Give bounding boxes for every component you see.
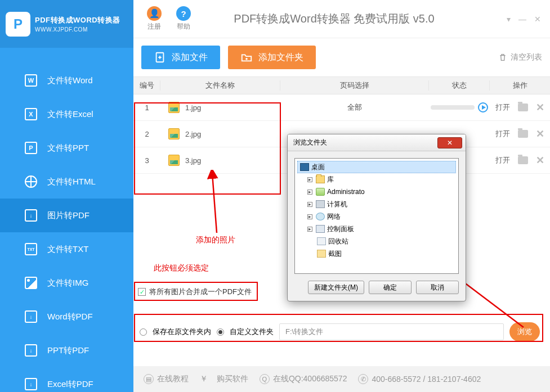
qq-link[interactable]: Q在线QQ:4006685572 [260, 374, 347, 384]
nav-label: Excel转PDF [47, 379, 93, 390]
image-icon [25, 277, 37, 289]
nav: W文件转Word X文件转Excel P文件转PPT 文件转HTML ↓图片转P… [0, 48, 133, 392]
user-icon: 👤 [147, 6, 162, 21]
help-button[interactable]: ? 帮助 [172, 4, 195, 34]
cell-index: 1 [133, 103, 160, 112]
expand-icon[interactable]: ▸ [307, 214, 312, 219]
app-title: PDF转换成Word转换器 免费试用版 v5.0 [201, 11, 501, 26]
browse-button[interactable]: 浏览 [509, 322, 540, 341]
tree-library[interactable]: ▸库 [297, 173, 456, 186]
minimize-icon[interactable]: — [518, 15, 526, 24]
close-icon[interactable]: ✕ [534, 15, 541, 24]
col-ops: 操作 [490, 80, 550, 91]
merge-label: 将所有图片合并成一个PDF文件 [149, 287, 252, 297]
tree-network[interactable]: ▸网络 [297, 210, 456, 223]
nav-file-to-txt[interactable]: TXT文件转TXT [0, 232, 133, 266]
nav-file-to-ppt[interactable]: P文件转PPT [0, 131, 133, 165]
open-button[interactable]: 打开 [495, 155, 510, 165]
folder-tree[interactable]: 桌面 ▸库 ▸Administrato ▸计算机 ▸网络 ▸控制面板 回收站 截… [294, 158, 459, 274]
open-folder-icon[interactable] [518, 130, 528, 138]
window-controls: ▾ — ✕ [507, 15, 541, 24]
help-icon: ? [176, 6, 191, 21]
logo-subtitle: WWW.XJPDF.COM [35, 26, 120, 33]
cell-filename: 1.jpg [185, 103, 201, 112]
remove-icon[interactable]: ✕ [536, 101, 544, 114]
tutorial-link[interactable]: ▤在线教程 [144, 374, 189, 384]
nav-img-to-pdf[interactable]: ↓图片转PDF [0, 199, 133, 232]
nav-excel-to-pdf[interactable]: ↓Excel转PDF [0, 367, 133, 392]
nav-file-to-img[interactable]: 文件转IMG [0, 266, 133, 300]
radio-same-label: 保存在原文件夹内 [153, 327, 211, 337]
nav-label: 文件转HTML [47, 177, 96, 187]
save-row: 保存在原文件夹内 自定义文件夹 浏览 [140, 322, 540, 341]
expand-icon[interactable]: ▸ [307, 190, 312, 195]
add-file-button[interactable]: 添加文件 [141, 46, 220, 69]
yen-icon: ￥ [200, 374, 208, 384]
expand-icon[interactable]: ▸ [307, 202, 312, 207]
image-file-icon [168, 155, 180, 166]
radio-same-folder[interactable] [140, 328, 147, 336]
pdf-icon: ↓ [25, 310, 37, 323]
word-icon: W [25, 74, 37, 87]
toolbar: 添加文件 添加文件夹 清空列表 [133, 38, 550, 76]
open-button[interactable]: 打开 [495, 102, 510, 112]
remove-icon[interactable]: ✕ [536, 154, 544, 166]
book-icon: ▤ [144, 374, 154, 384]
cell-index: 2 [133, 130, 160, 138]
open-folder-icon[interactable] [518, 156, 528, 164]
ppt-icon: P [25, 142, 37, 154]
tree-recycle-bin[interactable]: 回收站 [297, 235, 456, 247]
cancel-button[interactable]: 取消 [416, 281, 459, 294]
folder-plus-icon [240, 51, 253, 64]
path-input[interactable] [279, 323, 504, 340]
cell-filename: 2.jpg [185, 130, 201, 138]
nav-label: 文件转PPT [47, 143, 89, 154]
nav-file-to-word[interactable]: W文件转Word [0, 64, 133, 97]
nav-ppt-to-pdf[interactable]: ↓PPT转PDF [0, 334, 133, 367]
phone-icon: ✆ [358, 374, 368, 384]
nav-file-to-excel[interactable]: X文件转Excel [0, 97, 133, 131]
open-button[interactable]: 打开 [495, 129, 510, 139]
expand-icon[interactable]: ▸ [307, 177, 312, 182]
library-icon [316, 175, 325, 183]
cell-page: 全部 [280, 102, 429, 112]
new-folder-button[interactable]: 新建文件夹(M) [308, 281, 364, 294]
col-name: 文件名称 [160, 80, 280, 91]
tree-control-panel[interactable]: ▸控制面板 [297, 223, 456, 235]
register-button[interactable]: 👤 注册 [142, 4, 166, 34]
tree-computer[interactable]: ▸计算机 [297, 198, 456, 210]
cell-status [429, 102, 490, 112]
ok-button[interactable]: 确定 [369, 281, 412, 294]
col-status: 状态 [429, 80, 490, 91]
table-row[interactable]: 1 1.jpg 全部 打开✕ [133, 94, 550, 121]
merge-checkbox[interactable]: ✓ [138, 288, 146, 296]
phone-label: ✆400-668-5572 / 181-2107-4602 [358, 374, 481, 384]
open-folder-icon[interactable] [518, 103, 528, 111]
file-plus-icon [154, 51, 166, 64]
tree-admin[interactable]: ▸Administrato [297, 186, 456, 198]
nav-word-to-pdf[interactable]: ↓Word转PDF [0, 300, 133, 334]
qq-icon: Q [260, 374, 270, 384]
dialog-close-button[interactable]: ✕ [437, 137, 462, 148]
cell-filename: 3.jpg [185, 156, 201, 165]
merge-row: ✓ 将所有图片合并成一个PDF文件 [138, 287, 252, 297]
expand-icon[interactable]: ▸ [307, 227, 312, 232]
nav-file-to-html[interactable]: 文件转HTML [0, 165, 133, 199]
radio-custom-folder[interactable] [217, 328, 224, 336]
nav-label: 图片转PDF [47, 210, 90, 221]
dialog-titlebar[interactable]: 浏览文件夹 ✕ [288, 134, 466, 151]
remove-icon[interactable]: ✕ [536, 128, 544, 140]
radio-custom-label: 自定义文件夹 [230, 327, 274, 337]
dialog-title: 浏览文件夹 [291, 138, 437, 147]
dropdown-icon[interactable]: ▾ [507, 15, 511, 24]
buy-link[interactable]: ￥ 购买软件 [200, 374, 248, 384]
folder-icon [317, 250, 326, 258]
user-folder-icon [316, 188, 325, 196]
network-icon [316, 213, 325, 220]
clear-list-button[interactable]: 清空列表 [498, 52, 542, 62]
play-icon[interactable] [478, 102, 488, 112]
add-folder-button[interactable]: 添加文件夹 [228, 46, 316, 69]
tree-desktop[interactable]: 桌面 [297, 161, 456, 173]
recycle-bin-icon [317, 237, 326, 245]
tree-screenshot[interactable]: 截图 [297, 247, 456, 260]
